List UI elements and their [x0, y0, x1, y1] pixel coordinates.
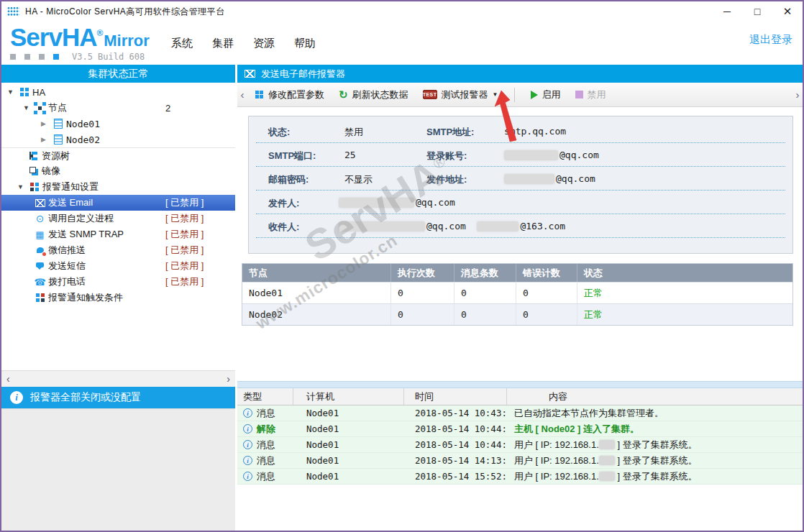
disabled-status-tag: [ 已禁用 ] — [165, 260, 204, 272]
tree-item-trigger-conditions[interactable]: 报警通知触发条件 — [1, 290, 235, 306]
tree-item-send-email[interactable]: 发送 Email [ 已禁用 ] — [1, 195, 235, 211]
main-filler — [237, 485, 803, 531]
tree-item-wechat-push[interactable]: 微信推送 [ 已禁用 ] — [1, 242, 235, 258]
tree-item-label: 微信推送 — [48, 244, 86, 257]
node-status-cell: 正常 — [577, 304, 792, 325]
tree-item-mirror[interactable]: 镜像 — [1, 163, 235, 179]
sidebar-filler — [1, 408, 235, 531]
info-icon: i — [243, 440, 252, 449]
modify-config-button[interactable]: 修改配置参数 — [247, 85, 332, 105]
redacted-blur — [599, 440, 615, 449]
scroll-left-icon[interactable]: ‹ — [6, 373, 10, 385]
trigger-icon — [34, 293, 46, 303]
column-header-type: 类型 — [237, 388, 293, 405]
info-icon: i — [243, 456, 252, 465]
tree-item-custom-process[interactable]: 调用自定义进程 [ 已禁用 ] — [1, 211, 235, 226]
email-config-panel: 状态: 禁用 SMTP地址: smtp.qq.com SMTP端口: 25 登录… — [248, 116, 793, 254]
tree-item-dial-phone[interactable]: 拨打电话 [ 已禁用 ] — [1, 274, 235, 290]
tree-item-node01[interactable]: Node01 — [1, 116, 235, 132]
tree-item-snmp-trap[interactable]: 发送 SNMP TRAP [ 已禁用 ] — [1, 226, 235, 242]
tree-item-nodes[interactable]: 节点 2 — [1, 100, 235, 116]
menu-item-system[interactable]: 系统 — [171, 37, 193, 50]
app-window: HA - MicroColor ServHA高可用软件综合管理平台 ─ □ ✕ … — [0, 0, 804, 532]
sidebar-hscrollbar[interactable]: ‹ › — [1, 370, 235, 387]
menu-item-resource[interactable]: 资源 — [253, 37, 275, 50]
server-icon — [52, 119, 64, 129]
tree-item-label: 资源树 — [42, 150, 70, 162]
recipient-value: @qq.com @163.com — [339, 221, 565, 231]
log-time: 2018-05-14 10:44:16 — [404, 437, 507, 452]
mirror-icon — [27, 166, 40, 177]
expand-arrow-icon[interactable] — [41, 136, 52, 143]
smtp-address-label: SMTP地址: — [426, 126, 474, 139]
refresh-status-button[interactable]: 刷新状态数据 — [332, 85, 416, 105]
toolbar-scroll-right-icon[interactable]: › — [792, 88, 803, 101]
cluster-grid-icon — [18, 87, 30, 98]
toolbar-scroll-left-icon[interactable]: ‹ — [237, 88, 247, 101]
expand-arrow-icon[interactable] — [7, 88, 18, 96]
redacted-blur — [339, 221, 425, 231]
info-icon: i — [243, 472, 252, 481]
event-log-table: 类型 计算机 时间 内容 i 消息 Node01 2018 — [237, 388, 803, 485]
cluster-status-header: 集群状态正常 — [1, 65, 235, 83]
log-content: 用户 [ IP: 192.168.1. ] 登录了集群系统。 — [507, 437, 803, 452]
panel-title-bar: 发送电子邮件报警器 — [237, 65, 803, 83]
tree-item-count: 2 — [165, 103, 170, 114]
message-count-cell: 0 — [454, 304, 516, 325]
node-table-row[interactable]: Node01 0 0 0 正常 — [242, 282, 792, 303]
scroll-right-icon[interactable]: › — [227, 373, 230, 385]
tree-item-label: Node01 — [66, 119, 100, 129]
log-type: 消息 — [257, 439, 275, 451]
node-name-cell: Node02 — [242, 304, 391, 325]
main-menu: 系统 集群 资源 帮助 — [171, 37, 335, 50]
redacted-blur — [477, 221, 519, 231]
tree-item-alarm-settings[interactable]: 报警通知设置 — [1, 179, 235, 195]
redacted-blur — [504, 174, 554, 184]
toolbar: ‹ 修改配置参数 刷新状态数据 TEST 测试报警器 ▼ 启用 — [237, 83, 803, 107]
snmp-icon — [34, 229, 46, 240]
exec-count-cell: 0 — [391, 304, 454, 325]
toolbar-separator — [514, 88, 515, 102]
disable-button[interactable]: 禁用 — [568, 85, 613, 105]
email-icon — [34, 198, 46, 208]
log-row[interactable]: i 消息 Node01 2018-05-14 10:44:16 用户 [ IP:… — [237, 437, 803, 453]
log-row[interactable]: i 消息 Node01 2018-05-14 15:52:07 用户 [ IP:… — [237, 469, 803, 485]
tree-item-node02[interactable]: Node02 — [1, 132, 235, 147]
tree-item-send-sms[interactable]: 发送短信 [ 已禁用 ] — [1, 258, 235, 274]
minimize-button[interactable]: ─ — [712, 2, 742, 21]
enable-button[interactable]: 启用 — [524, 85, 568, 105]
cluster-tree: HA 节点 2 Nod — [1, 83, 235, 370]
menu-item-cluster[interactable]: 集群 — [212, 37, 234, 50]
log-row[interactable]: i 消息 Node01 2018-05-14 14:13:54 用户 [ IP:… — [237, 453, 803, 469]
menu-item-help[interactable]: 帮助 — [294, 37, 316, 50]
expand-arrow-icon[interactable] — [41, 120, 52, 127]
log-content: 已自动指定本节点作为集群管理者。 — [507, 405, 803, 421]
tree-item-resource-tree[interactable]: 资源树 — [1, 147, 235, 163]
message-count-cell: 0 — [454, 283, 516, 303]
config-grid-icon — [255, 90, 264, 99]
config-row: 状态: 禁用 SMTP地址: smtp.qq.com — [256, 119, 785, 143]
panel-splitter[interactable] — [237, 381, 803, 388]
content-area: 状态: 禁用 SMTP地址: smtp.qq.com SMTP端口: 25 登录… — [237, 107, 803, 381]
expand-arrow-icon[interactable] — [17, 183, 28, 191]
server-icon — [52, 134, 64, 145]
test-alarm-button[interactable]: TEST 测试报警器 ▼ — [416, 85, 506, 105]
logout-link[interactable]: 退出登录 — [749, 33, 792, 47]
log-type: 消息 — [257, 470, 275, 483]
expand-arrow-icon[interactable] — [23, 104, 34, 111]
log-computer: Node01 — [293, 469, 404, 484]
resource-tree-icon — [27, 150, 40, 161]
config-row: 邮箱密码: 不显示 发件地址: @qq.com — [256, 167, 785, 191]
log-row[interactable]: i 消息 Node01 2018-05-14 10:43:45 已自动指定本节点… — [237, 405, 803, 421]
close-button[interactable]: ✕ — [772, 2, 803, 21]
decor-square — [53, 54, 59, 60]
tree-item-ha[interactable]: HA — [1, 84, 235, 100]
tree-item-label: 报警通知设置 — [42, 180, 99, 193]
maximize-button[interactable]: □ — [742, 2, 772, 21]
decor-square — [39, 54, 45, 60]
redacted-blur — [599, 456, 615, 465]
sender-label: 发件人: — [268, 197, 299, 210]
log-row[interactable]: i 解除 Node01 2018-05-14 10:44:07 主机 [ Nod… — [237, 421, 803, 437]
node-table-row[interactable]: Node02 0 0 0 正常 — [242, 303, 792, 325]
node-name-cell: Node01 — [242, 283, 391, 303]
